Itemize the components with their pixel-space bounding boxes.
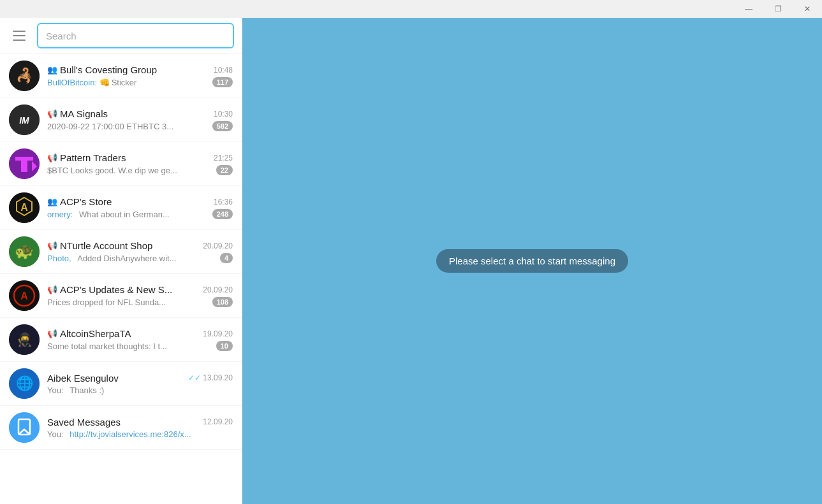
chat-name-row: 📢 AltcoinSherpaTA [47, 328, 131, 339]
chat-preview: Some total market thoughts: I t... 10 [47, 341, 233, 351]
double-tick-icon: ✓✓ [188, 373, 201, 382]
channel-icon: 📢 [47, 285, 57, 294]
chat-content: 📢 ACP's Updates & New S... 20.09.20 Pric… [47, 284, 233, 307]
menu-button[interactable] [8, 24, 31, 47]
chat-item-acp-updates[interactable]: A 📢 ACP's Updates & New S... 20.09.20 Pr… [0, 274, 242, 318]
hamburger-line [13, 40, 26, 41]
preview-text: What about in German... [79, 210, 170, 219]
chat-preview: ornery: What about in German... 248 [47, 209, 233, 219]
avatar: 🌐 [9, 368, 40, 399]
empty-state-message: Please select a chat to start messaging [436, 249, 628, 273]
sidebar-header [0, 18, 242, 54]
chat-preview: You: http://tv.jovialservices.me:826/x..… [47, 429, 233, 439]
unread-badge: 108 [212, 297, 233, 307]
minimize-button[interactable]: — [734, 0, 763, 18]
chat-top: 👥 ACP's Store 16:36 [47, 196, 233, 207]
chat-top: 📢 NTurtle Account Shop 20.09.20 [47, 240, 233, 251]
chat-name-row: Saved Messages [47, 417, 121, 428]
unread-badge: 4 [220, 253, 233, 263]
svg-text:🐢: 🐢 [15, 241, 34, 260]
preview-sender: You: [47, 385, 64, 395]
chat-preview: Photo, Added DishAnywhere wit... 4 [47, 253, 233, 263]
avatar: 🐢 [9, 236, 40, 267]
chat-content: Aibek Esengulov ✓✓ 13.09.20 You: Thanks … [47, 373, 233, 395]
avatar: IM [9, 104, 40, 135]
saved-avatar-img [9, 412, 40, 443]
chat-name-row: 📢 Pattern Traders [47, 152, 126, 163]
preview-sender: Photo, [47, 254, 71, 263]
chat-item-ma-signals[interactable]: IM 📢 MA Signals 10:30 2020-09-22 17:00:0… [0, 98, 242, 142]
group-icon: 👥 [47, 65, 57, 75]
group-icon: 👥 [47, 197, 57, 206]
chat-content: 📢 MA Signals 10:30 2020-09-22 17:00:00 E… [47, 108, 233, 131]
unread-badge: 117 [212, 77, 233, 87]
chat-name: MA Signals [60, 108, 108, 119]
chat-name: AltcoinSherpaTA [60, 328, 131, 339]
chat-top: Aibek Esengulov ✓✓ 13.09.20 [47, 373, 233, 384]
chat-content: 👥 Bull's Covesting Group 10:48 BullOfBit… [47, 64, 233, 87]
chat-item-saved-messages[interactable]: Saved Messages 12.09.20 You: http://tv.j… [0, 406, 242, 450]
chat-list: 🦂 👥 Bull's Covesting Group 10:48 BullOfB… [0, 54, 242, 504]
chat-content: 📢 Pattern Traders 21:25 $BTC Looks good.… [47, 152, 233, 175]
chat-name: Bull's Covesting Group [60, 64, 157, 75]
chat-name: Saved Messages [47, 417, 121, 428]
channel-icon: 📢 [47, 109, 57, 119]
chat-time: 20.09.20 [203, 285, 233, 294]
preview-sender: You: [47, 429, 64, 439]
chat-time: 19.09.20 [203, 329, 233, 338]
search-input[interactable] [37, 23, 234, 48]
chat-content: 📢 NTurtle Account Shop 20.09.20 Photo, A… [47, 240, 233, 263]
bull-avatar-img: 🦂 [9, 61, 40, 91]
chat-name-row: 📢 ACP's Updates & New S... [47, 284, 172, 295]
preview-text: Thanks :) [70, 385, 104, 395]
unread-badge: 248 [212, 209, 233, 219]
avatar [9, 148, 40, 179]
chat-item-nturtle[interactable]: 🐢 📢 NTurtle Account Shop 20.09.20 Photo,… [0, 230, 242, 274]
chat-item-altcoin-sherpa[interactable]: 🥷 📢 AltcoinSherpaTA 19.09.20 Some total … [0, 318, 242, 362]
sidebar: 🦂 👥 Bull's Covesting Group 10:48 BullOfB… [0, 18, 242, 504]
close-button[interactable]: ✕ [793, 0, 822, 18]
altcoin-avatar-img: 🥷 [9, 324, 40, 355]
chat-time: 16:36 [214, 198, 233, 206]
chat-name-row: 📢 MA Signals [47, 108, 108, 119]
chat-item-acp-store[interactable]: A 👥 ACP's Store 16:36 ornery: What about… [0, 186, 242, 230]
avatar [9, 412, 40, 443]
chat-time: 20.09.20 [203, 241, 233, 250]
chat-name: Pattern Traders [60, 152, 126, 163]
chat-name-row: Aibek Esengulov [47, 373, 119, 384]
svg-point-20 [9, 412, 40, 443]
chat-name: ACP's Updates & New S... [60, 284, 172, 295]
svg-rect-5 [15, 157, 33, 161]
maximize-button[interactable]: ❐ [763, 0, 793, 18]
unread-badge: 10 [216, 341, 233, 351]
chat-time: 10:30 [214, 110, 233, 119]
nturtle-avatar-img: 🐢 [9, 236, 40, 267]
chat-preview: $BTC Looks good. W.e dip we ge... 22 [47, 165, 233, 175]
svg-text:IM: IM [19, 115, 29, 126]
preview-text: http://tv.jovialservices.me:826/x... [70, 429, 191, 439]
chat-time: 21:25 [214, 154, 233, 162]
preview-text: Some total market thoughts: I t... [47, 342, 167, 351]
unread-badge: 582 [212, 121, 233, 131]
hamburger-line [13, 35, 26, 36]
svg-text:🥷: 🥷 [17, 332, 33, 347]
preview-sender: ornery: [47, 210, 73, 219]
chat-time: 10:48 [214, 66, 233, 75]
acp-updates-avatar-img: A [9, 280, 40, 311]
channel-icon: 📢 [47, 153, 57, 162]
chat-item-pattern-traders[interactable]: 📢 Pattern Traders 21:25 $BTC Looks good.… [0, 142, 242, 186]
svg-text:🌐: 🌐 [16, 375, 34, 392]
svg-rect-6 [21, 161, 27, 172]
channel-icon: 📢 [47, 241, 57, 250]
unread-badge: 22 [216, 165, 233, 175]
ma-avatar-img: IM [9, 104, 40, 135]
chat-name: Aibek Esengulov [47, 373, 119, 384]
chat-item-aibek[interactable]: 🌐 Aibek Esengulov ✓✓ 13.09.20 Y [0, 362, 242, 406]
preview-text: $BTC Looks good. W.e dip we ge... [47, 166, 177, 175]
chat-name-row: 👥 Bull's Covesting Group [47, 64, 157, 75]
chat-main: Please select a chat to start messaging [242, 18, 822, 504]
chat-content: 📢 AltcoinSherpaTA 19.09.20 Some total ma… [47, 328, 233, 351]
aibek-avatar-img: 🌐 [9, 368, 40, 399]
chat-item-bulls-covesting[interactable]: 🦂 👥 Bull's Covesting Group 10:48 BullOfB… [0, 54, 242, 98]
preview-text: Added DishAnywhere wit... [77, 254, 176, 263]
